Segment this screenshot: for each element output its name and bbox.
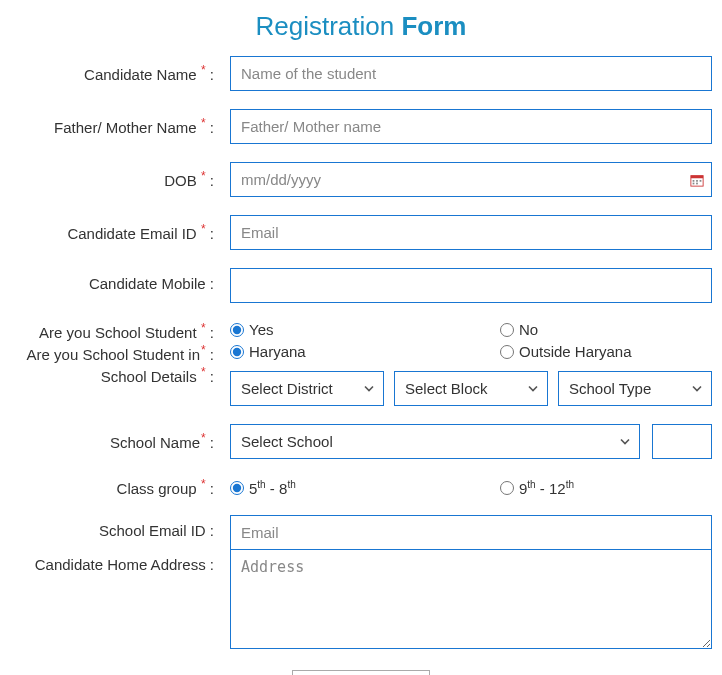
dob-input[interactable] [230, 162, 712, 197]
label-home-address: Candidate Home Address : [10, 549, 220, 573]
radio-haryana[interactable]: Haryana [230, 343, 500, 360]
select-block[interactable]: Select Block [394, 371, 548, 406]
radio-student-no[interactable]: No [500, 321, 722, 338]
label-dob: DOB * : [10, 162, 220, 189]
title-part-2: Form [401, 11, 466, 41]
label-school-details: School Details * : [10, 365, 220, 385]
email-input[interactable] [230, 215, 712, 250]
select-district[interactable]: Select District [230, 371, 384, 406]
label-class-group: Class group * : [10, 477, 220, 497]
label-parent-name: Father/ Mother Name * : [10, 109, 220, 136]
mobile-input[interactable] [230, 268, 712, 303]
candidate-name-input[interactable] [230, 56, 712, 91]
radio-student-yes[interactable]: Yes [230, 321, 500, 338]
select-school[interactable]: Select School [230, 424, 640, 459]
parent-name-input[interactable] [230, 109, 712, 144]
page-title: Registration Form [10, 11, 712, 42]
label-email: Candidate Email ID * : [10, 215, 220, 242]
chevron-down-icon [619, 433, 631, 450]
address-textarea[interactable] [230, 549, 712, 649]
svg-rect-3 [696, 180, 698, 182]
chevron-down-icon [363, 380, 375, 397]
svg-rect-2 [693, 180, 695, 182]
label-school-email: School Email ID : [10, 515, 220, 539]
label-are-student-in: Are you School Student in* : [10, 343, 220, 363]
select-school-type[interactable]: School Type [558, 371, 712, 406]
label-mobile: Candidate Mobile : [10, 268, 220, 292]
svg-rect-4 [700, 180, 702, 182]
svg-rect-6 [696, 182, 698, 184]
radio-class-9-12[interactable]: 9th - 12th [500, 479, 722, 497]
label-school-name: School Name* : [10, 424, 220, 451]
radio-class-5-8[interactable]: 5th - 8th [230, 479, 500, 497]
svg-rect-1 [691, 175, 703, 178]
label-are-student: Are you School Student * : [10, 321, 220, 341]
chevron-down-icon [691, 380, 703, 397]
calendar-icon[interactable] [690, 173, 704, 187]
school-email-input[interactable] [230, 515, 712, 549]
input-symbols-button[interactable]: INPUT SYMBOLS [292, 670, 430, 675]
label-candidate-name: Candidate Name * : [10, 56, 220, 83]
svg-rect-5 [693, 182, 695, 184]
radio-outside[interactable]: Outside Haryana [500, 343, 722, 360]
school-code-box[interactable] [652, 424, 712, 459]
title-part-1: Registration [256, 11, 402, 41]
chevron-down-icon [527, 380, 539, 397]
